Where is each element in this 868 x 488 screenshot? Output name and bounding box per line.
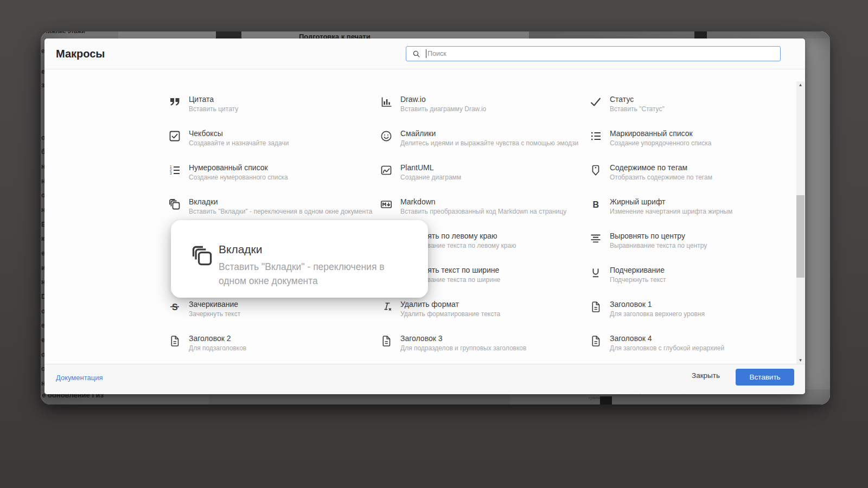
background-tab-label: нижние этажи [44, 31, 85, 34]
macro-item-description: Создание диаграмм [400, 174, 461, 181]
macro-item-description: Для подразделов и групповых заголовков [400, 344, 526, 352]
popup-title: Вкладки [219, 243, 263, 256]
popup-description: Вставить "Вкладки" - переключения в одно… [219, 260, 398, 288]
macro-item-description: Делитесь идеями и выражайте чувства с по… [400, 139, 578, 147]
macro-item-description: Создание нумерованного списка [189, 174, 288, 181]
macro-item-title: Нумерованный список [189, 163, 288, 172]
macro-item-description: Вставить цитату [189, 105, 238, 113]
drawio-icon [380, 95, 393, 108]
macro-item[interactable]: ЦитатаВставить цитату [168, 95, 380, 129]
heading-icon [168, 335, 181, 348]
strikethrough-icon: S [168, 300, 181, 313]
macro-item-title: Содержимое по тегам [610, 163, 712, 172]
macro-item-title: Статус [610, 95, 665, 104]
align-center-icon [589, 232, 602, 245]
macro-item-description: Создавайте и назначайте задачи [189, 139, 289, 147]
macro-item-title: Цитата [189, 95, 238, 104]
screen: нижние этажи Подготовка к печати елиещз … [0, 0, 868, 488]
smiley-icon [380, 130, 393, 143]
checkbox-icon [168, 130, 181, 143]
macro-item-description: Для заголовков с глубокой иерархией [610, 344, 724, 352]
macro-item[interactable]: BЖирный шрифтИзменение начертания шрифта… [589, 197, 770, 232]
documentation-link[interactable]: Документация [56, 374, 103, 382]
macro-item-title: Markdown [400, 197, 566, 206]
macro-list: ЦитатаВставить цитатуDraw.ioВставить диа… [44, 69, 805, 364]
bullet-list-icon [589, 130, 602, 143]
search-box[interactable] [406, 46, 781, 61]
macro-item-title: PlantUML [400, 163, 461, 172]
macro-item[interactable]: ЧекбоксыСоздавайте и назначайте задачи [168, 129, 380, 163]
scroll-down-arrow-icon[interactable]: ▼ [796, 357, 805, 364]
search-input[interactable] [426, 50, 780, 57]
macro-item-title: Заголовок 2 [189, 334, 246, 343]
macro-item[interactable]: SЗачеркиваниеЗачеркнуть текст [168, 300, 380, 334]
markdown-icon [380, 198, 393, 211]
macro-item-title: Вкладки [189, 197, 372, 206]
macro-item-description: Выравнивание текста по центру [610, 242, 707, 249]
macro-item[interactable]: Заголовок 1Для заголовка верхнего уровня [589, 300, 770, 334]
macro-item-description: Вставить преобразованный код Markdown на… [400, 208, 566, 215]
macro-item[interactable]: 123Нумерованный списокСоздание нумерован… [168, 163, 380, 197]
scrollbar-thumb[interactable] [796, 195, 805, 278]
heading-icon [380, 335, 393, 348]
close-button[interactable]: Закрыть [692, 371, 720, 380]
insert-button[interactable]: Вставить [736, 369, 794, 386]
background-top-bar-right [529, 31, 830, 38]
macro-item-description: Вставить "Вкладки" - переключения в одно… [189, 208, 372, 215]
dialog-footer: Документация Закрыть Вставить [44, 364, 805, 394]
tabs-icon [168, 198, 181, 211]
numbered-list-icon: 123 [168, 164, 181, 177]
macro-item[interactable]: ПодчеркиваниеПодчеркнуть текст [589, 266, 770, 300]
scroll-up-arrow-icon[interactable]: ▲ [796, 81, 805, 88]
macro-item[interactable]: Заголовок 2Для подзаголовков [168, 334, 380, 364]
macro-item-description: Зачеркнуть текст [189, 310, 240, 318]
macro-item[interactable]: Заголовок 4Для заголовков с глубокой иер… [589, 334, 770, 364]
macro-item-title: Удалить формат [400, 300, 500, 309]
clear-format-icon [380, 300, 393, 313]
macro-item-description: Для заголовка верхнего уровня [610, 310, 705, 318]
macro-item-title: Заголовок 1 [610, 300, 705, 309]
macro-item-description: Изменение начертания шрифта жирным [610, 208, 732, 215]
macro-item-description: Вставить диаграмму Draw.io [400, 105, 486, 113]
macro-item[interactable]: СтатусВставить "Статус" [589, 95, 770, 129]
macro-item-description: Создание упорядоченного списка [610, 139, 711, 147]
macro-item-description: Удалить форматирование текста [400, 310, 500, 318]
background-dark-block [694, 31, 707, 38]
macros-dialog: Макросы ЦитатаВставить цитатуDraw.ioВста… [44, 38, 805, 394]
heading-icon [589, 335, 602, 348]
search-icon [412, 49, 421, 59]
macro-item-title: Заголовок 3 [400, 334, 526, 343]
plantuml-icon [380, 164, 393, 177]
check-icon [589, 95, 602, 108]
macro-item-title: Подчеркивание [610, 266, 666, 274]
macro-item-title: Смайлики [400, 129, 578, 138]
macro-item[interactable]: Содержимое по тегамОтобразить содержимое… [589, 163, 770, 197]
background-dark-block [216, 31, 241, 38]
dialog-title: Макросы [56, 48, 105, 60]
macro-item[interactable]: PlantUMLСоздание диаграмм [380, 163, 589, 197]
macro-item[interactable]: СмайликиДелитесь идеями и выражайте чувс… [380, 129, 589, 163]
underline-icon [589, 266, 602, 279]
macro-item-description: Подчеркнуть текст [610, 276, 666, 284]
macro-item-description: Вставить "Статус" [610, 105, 665, 113]
macro-item[interactable]: Удалить форматУдалить форматирование тек… [380, 300, 589, 334]
macro-item-title: Выровнять по центру [610, 232, 707, 240]
macro-item-description: Для подзаголовков [189, 344, 246, 352]
quote-icon [168, 95, 181, 108]
dialog-header: Макросы [44, 38, 805, 69]
bold-icon: B [589, 198, 602, 211]
macro-item-title: Draw.io [400, 95, 486, 104]
macro-item[interactable]: Маркированный списокСоздание упорядоченн… [589, 129, 770, 163]
macro-item-title: Заголовок 4 [610, 334, 724, 343]
macro-item-title: Жирный шрифт [610, 197, 732, 206]
tabs-icon [190, 244, 214, 268]
tag-icon [589, 164, 602, 177]
svg-text:B: B [593, 200, 599, 209]
macro-item[interactable]: Draw.ioВставить диаграмму Draw.io [380, 95, 589, 129]
macro-item[interactable]: Выровнять по центруВыравнивание текста п… [589, 232, 770, 266]
macro-item-title: Зачеркивание [189, 300, 240, 309]
scrollbar[interactable]: ▲ ▼ [796, 81, 805, 364]
svg-text:3: 3 [170, 171, 172, 175]
macro-item-title: Чекбоксы [189, 129, 289, 138]
macro-item[interactable]: Заголовок 3Для подразделов и групповых з… [380, 334, 589, 364]
